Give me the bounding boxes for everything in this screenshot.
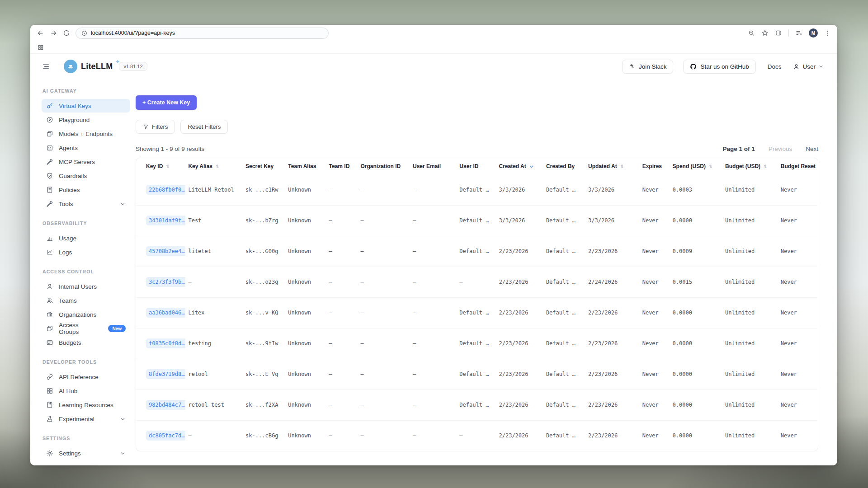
cell-created-at: 2/23/2026	[496, 389, 543, 420]
cell-organization-id: –	[358, 389, 410, 420]
cell-secret-key: sk-...bZrg	[243, 205, 285, 236]
key-id-link[interactable]: 22b68fb0f0…	[146, 185, 185, 195]
wallet-icon	[46, 339, 53, 346]
key-table-row[interactable]: aa36bad046…Litexsk-...v-KQUnknown–––Defa…	[136, 297, 818, 328]
cell-organization-id: –	[358, 328, 410, 359]
column-header-updated-at[interactable]: Updated At	[585, 158, 640, 174]
cell-key-id: 34301daf9f…	[136, 205, 185, 236]
column-header-secret-key: Secret Key	[243, 158, 285, 174]
cell-user-email: –	[410, 420, 457, 451]
line-chart-icon	[46, 249, 53, 256]
profile-avatar[interactable]: M	[809, 28, 818, 38]
key-id-link[interactable]: dc805fac7d…	[146, 431, 185, 441]
cell-created-by: Default …	[543, 420, 585, 451]
key-id-link[interactable]: 45708b2ee4…	[146, 246, 185, 256]
cell-updated-at: 2/23/2026	[585, 359, 640, 389]
filters-button[interactable]: Filters	[136, 120, 175, 134]
sidebar-item-budgets[interactable]: Budgets	[42, 336, 130, 349]
sidebar-item-virtual-keys[interactable]: Virtual Keys	[42, 99, 130, 113]
sidebar-item-logs[interactable]: Logs	[42, 245, 130, 259]
key-id-link[interactable]: 34301daf9f…	[146, 216, 185, 225]
results-summary: Showing 1 - 9 of 9 results	[136, 145, 204, 152]
cell-budget-usd: Unlimited	[722, 420, 778, 451]
key-table-row[interactable]: 8fde3719d8…retoolsk-...E_VgUnknown–––Def…	[136, 359, 818, 389]
sidebar-item-playground[interactable]: Playground	[42, 113, 130, 127]
sidebar-item-access-groups[interactable]: Access Groups New	[42, 322, 130, 335]
cell-secret-key: sk-...v-KQ	[243, 297, 285, 328]
star-github-button[interactable]: Star us on GitHub	[683, 60, 755, 74]
sidebar-item-guardrails[interactable]: Guardrails	[42, 169, 130, 183]
site-info-icon[interactable]	[81, 30, 87, 36]
next-page-button[interactable]: Next	[806, 145, 818, 152]
user-menu[interactable]: User	[793, 63, 824, 70]
join-slack-button[interactable]: Join Slack	[622, 60, 674, 74]
sidebar-item-agents[interactable]: Agents	[42, 141, 130, 155]
reset-filters-button[interactable]: Reset Filters	[180, 120, 228, 134]
sidebar: AI GATEWAY Virtual Keys Playground Model…	[30, 79, 136, 465]
key-table-row[interactable]: f0835c0f8d…testingsk-...9fIwUnknown–––De…	[136, 328, 818, 359]
sidebar-item-models-endpoints[interactable]: Models + Endpoints	[42, 127, 130, 141]
cell-spend-usd: 0.0015	[670, 267, 723, 297]
sidebar-item-learning-resources[interactable]: Learning Resources	[42, 398, 130, 412]
column-header-key-alias[interactable]: Key Alias	[185, 158, 243, 174]
cell-user-id: Default …	[457, 174, 496, 205]
sidebar-section-settings: SETTINGS	[42, 436, 130, 441]
tab-panel-icon[interactable]	[775, 29, 782, 37]
key-table-row[interactable]: 982bd484c7…retool-testsk-...f2XAUnknown–…	[136, 389, 818, 420]
zoom-search-icon[interactable]	[748, 29, 755, 37]
reading-list-icon[interactable]	[795, 29, 802, 37]
sidebar-item-organizations[interactable]: Organizations	[42, 308, 130, 321]
key-id-link[interactable]: aa36bad046…	[146, 308, 185, 318]
cell-key-id: 22b68fb0f0…	[136, 174, 185, 205]
sidebar-item-experimental[interactable]: Experimental	[42, 412, 130, 426]
sidebar-item-policies[interactable]: Policies	[42, 183, 130, 197]
cell-secret-key: sk-...o23g	[243, 267, 285, 297]
virtual-keys-table: Key ID Key Alias Secret Key Team Alias T…	[136, 158, 818, 451]
key-id-link[interactable]: 982bd484c7…	[146, 400, 185, 410]
sidebar-item-usage[interactable]: Usage	[42, 231, 130, 245]
sort-icon	[708, 164, 713, 169]
apps-grid-icon[interactable]	[38, 44, 44, 51]
column-header-organization-id: Organization ID	[358, 158, 410, 174]
key-table-row[interactable]: 45708b2ee4…litetetsk-...G00gUnknown–––De…	[136, 236, 818, 267]
sidebar-item-ai-hub[interactable]: AI Hub	[42, 384, 130, 398]
cell-expires: Never	[640, 174, 670, 205]
docs-link[interactable]: Docs	[766, 63, 783, 70]
user-icon	[46, 283, 53, 290]
cell-key-id: 982bd484c7…	[136, 389, 185, 420]
desktop-background: localhost:4000/ui/?page=api-keys M	[0, 0, 868, 488]
key-table-row[interactable]: 3c273f3f9b…–sk-...o23gUnknown––––2/23/20…	[136, 267, 818, 297]
key-table-row[interactable]: dc805fac7d…–sk-...cBGgUnknown––––2/23/20…	[136, 420, 818, 451]
cell-key-alias: Litex	[185, 297, 243, 328]
bookmark-star-icon[interactable]	[761, 29, 769, 37]
cell-budget-reset: Never	[778, 389, 818, 420]
column-header-spend-usd[interactable]: Spend (USD)	[670, 158, 723, 174]
reload-button[interactable]	[63, 29, 70, 37]
key-table-row[interactable]: 22b68fb0f0…LiteLLM-Retoolsk-...c1RwUnkno…	[136, 174, 818, 205]
url-bar[interactable]: localhost:4000/ui/?page=api-keys	[75, 28, 329, 39]
column-header-user-id: User ID	[457, 158, 496, 174]
back-button[interactable]	[37, 29, 44, 37]
sidebar-item-api-reference[interactable]: API Reference	[42, 370, 130, 384]
key-id-link[interactable]: f0835c0f8d…	[146, 338, 185, 348]
column-header-created-at[interactable]: Created At	[496, 158, 543, 174]
sidebar-item-teams[interactable]: Teams	[42, 294, 130, 307]
sidebar-item-tools[interactable]: Tools	[42, 197, 130, 211]
key-table-row[interactable]: 34301daf9f…Testsk-...bZrgUnknown–––Defau…	[136, 205, 818, 236]
sidebar-item-internal-users[interactable]: Internal Users	[42, 280, 130, 293]
sidebar-collapse-icon[interactable]	[42, 62, 50, 71]
cell-user-email: –	[410, 297, 457, 328]
browser-menu-icon[interactable]	[824, 30, 831, 37]
previous-page-button[interactable]: Previous	[769, 145, 793, 152]
cell-spend-usd: 0.0000	[670, 359, 723, 389]
create-new-key-button[interactable]: + Create New Key	[136, 95, 197, 110]
column-header-budget-usd[interactable]: Budget (USD)	[722, 158, 778, 174]
forward-button[interactable]	[50, 29, 57, 37]
column-header-key-id[interactable]: Key ID	[136, 158, 185, 174]
sidebar-item-mcp-servers[interactable]: MCP Servers	[42, 155, 130, 169]
key-id-link[interactable]: 8fde3719d8…	[146, 369, 185, 379]
key-id-link[interactable]: 3c273f3f9b…	[146, 277, 185, 287]
sidebar-item-label: Organizations	[59, 311, 96, 318]
sidebar-item-settings[interactable]: Settings	[42, 446, 130, 460]
sort-icon	[165, 164, 170, 169]
